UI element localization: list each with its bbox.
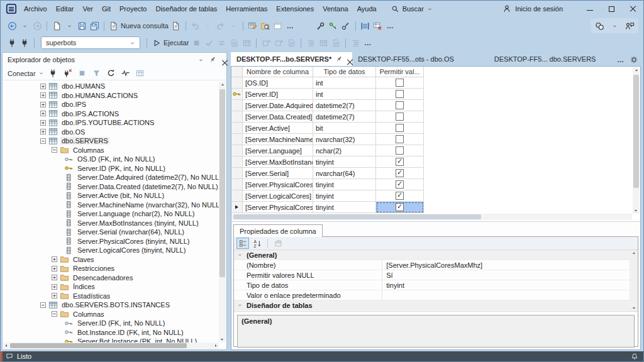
allow-nulls-checkbox[interactable] <box>396 90 404 98</box>
allow-nulls-cell[interactable] <box>376 179 424 190</box>
tree-item-bot-instance-id-fk-int-no-null[interactable]: Bot.Instance.ID (FK, int, No NULL) <box>3 328 226 337</box>
tree-item-server-physicalcores-tinyint-null[interactable]: Server.PhysicalCores (tinyint, NULL) <box>3 237 226 246</box>
tree-hscroll-thumb[interactable] <box>10 343 187 348</box>
tree-item-ndices[interactable]: +Índices <box>3 282 226 292</box>
scroll-down-icon[interactable] <box>633 207 639 214</box>
new-query-button[interactable]: Nueva consulta <box>108 19 170 33</box>
scroll-up-icon[interactable] <box>631 250 637 256</box>
signin-button[interactable]: Inicio de sesión <box>502 4 563 13</box>
row-header-cell[interactable] <box>231 77 243 89</box>
minimize-button[interactable] <box>579 1 601 17</box>
scroll-down-icon[interactable] <box>631 305 637 311</box>
column-name-cell[interactable]: [Server.MaxBotInstances] <box>243 156 313 168</box>
row-header-cell[interactable] <box>231 190 243 202</box>
tree-item-dbo-os[interactable]: +dbo.OS <box>3 128 226 137</box>
data-type-cell[interactable]: tinyint <box>313 202 376 213</box>
column-name-cell[interactable]: [Server.LogicalCores] <box>243 190 313 202</box>
execute-button[interactable]: Ejecutar <box>150 36 190 50</box>
tree-item-dbo-ips-actions[interactable]: +dbo.IPS.ACTIONS <box>3 109 226 119</box>
allow-nulls-cell[interactable] <box>376 134 424 145</box>
menu-proyecto[interactable]: Proyecto <box>115 2 151 16</box>
category-chevron-icon[interactable] <box>234 302 245 308</box>
toolbar-overflow-button[interactable]: … <box>284 19 297 33</box>
column-name-cell[interactable]: [OS.ID] <box>243 77 313 89</box>
allow-nulls-checkbox[interactable] <box>396 135 404 143</box>
tree-item-os-id-fk-int-no-null[interactable]: OS.ID (FK, int, No NULL) <box>3 155 226 164</box>
allow-nulls-checkbox[interactable] <box>396 203 404 211</box>
connect-plug-button[interactable] <box>6 36 18 50</box>
property-row-valor-o-enlace-predeterminado[interactable]: Valor o enlace predeterminado <box>234 290 638 300</box>
row-header-cell[interactable] <box>231 156 243 168</box>
new-file-button[interactable] <box>50 19 63 33</box>
row-header-cell[interactable] <box>231 145 243 156</box>
tree-item-server-logicalcores-tinyint-null[interactable]: Server.LogicalCores (tinyint, NULL) <box>3 246 226 255</box>
panel-pin-icon[interactable] <box>209 56 216 63</box>
allow-nulls-cell[interactable] <box>376 202 424 213</box>
tree-vscroll-thumb[interactable] <box>219 89 225 277</box>
column-name-cell[interactable]: [Server.Serial] <box>243 168 313 179</box>
data-type-cell[interactable]: nvarchar(64) <box>313 168 376 179</box>
data-type-cell[interactable]: nchar(2) <box>313 145 376 156</box>
new-file-dropdown[interactable] <box>63 19 75 33</box>
row-header-cell[interactable] <box>231 179 243 190</box>
category-chevron-icon[interactable] <box>234 252 245 258</box>
menu-dise-ador-de-tablas[interactable]: Diseñador de tablas <box>151 2 221 16</box>
column-name-cell[interactable]: [Server.PhysicalCores] <box>243 179 313 190</box>
tree-item-server-data-created-datetime2-7-no-null[interactable]: Server.Data.Created (datetime2(7), No NU… <box>3 182 226 192</box>
table-properties-button[interactable] <box>359 19 372 33</box>
tabstrip-gear-icon[interactable] <box>630 55 638 64</box>
expand-icon[interactable]: + <box>52 293 57 299</box>
allow-nulls-checkbox[interactable] <box>396 158 404 166</box>
grid-horizontal-scrollbar[interactable] <box>232 214 632 220</box>
new-query-current-connection-button[interactable] <box>170 19 182 33</box>
disconnect-button[interactable] <box>62 67 74 80</box>
menu-ayuda[interactable]: Ayuda <box>353 2 381 16</box>
allow-nulls-checkbox[interactable] <box>396 101 404 109</box>
grid-vertical-scrollbar[interactable] <box>633 67 640 214</box>
maximize-button[interactable] <box>601 1 622 17</box>
allow-nulls-cell[interactable] <box>376 89 424 100</box>
tree-item-server-active-bit-no-null[interactable]: Server.Active (bit, No NULL) <box>3 191 226 200</box>
browse-folder-button[interactable] <box>259 19 272 33</box>
feedback-bubble-icon[interactable] <box>6 353 13 360</box>
menu-ver[interactable]: Ver <box>78 2 97 16</box>
categorized-button[interactable] <box>236 238 249 249</box>
tree-item-server-maxbotinstances-tinyint-null[interactable]: Server.MaxBotInstances (tinyint, NULL) <box>3 219 226 228</box>
search-control[interactable]: Buscar <box>391 5 433 13</box>
close-button[interactable] <box>622 1 643 17</box>
tab-column-properties[interactable]: Propiedades de columna <box>233 224 323 237</box>
tree-vertical-scrollbar[interactable] <box>219 82 226 343</box>
data-type-cell[interactable]: bit <box>313 123 376 134</box>
change-connection-button[interactable] <box>18 36 31 50</box>
property-value[interactable]: tinyint <box>382 282 638 289</box>
row-header-cell[interactable] <box>231 134 243 145</box>
tree-item-server-machinename-nvarchar-32-no-null[interactable]: Server.MachineName (nvarchar(32), No NUL… <box>3 200 226 210</box>
data-type-cell[interactable]: int <box>313 77 376 89</box>
allow-nulls-checkbox[interactable] <box>396 112 404 121</box>
tree-item-columnas[interactable]: −Columnas <box>3 310 226 319</box>
current-row-icon[interactable] <box>231 202 243 213</box>
collapse-icon[interactable]: − <box>52 311 57 317</box>
tree-item-dbo-servers[interactable]: −dbo.SERVERS <box>3 136 226 146</box>
allow-nulls-checkbox[interactable] <box>396 169 404 177</box>
primary-key-icon[interactable] <box>231 89 243 100</box>
grid-header-permitir-val[interactable]: Permitir val... <box>376 67 424 77</box>
row-header-cell[interactable] <box>231 100 243 111</box>
expand-icon[interactable]: + <box>40 92 46 98</box>
connect-object-explorer-button[interactable] <box>47 67 60 80</box>
allow-nulls-cell[interactable] <box>376 123 424 134</box>
tree-item-desencadenadores[interactable]: +Desencadenadores <box>3 273 226 283</box>
tab-desktop-ff5-dbo-servers[interactable]: DESKTOP-FF5... dbo.SERVERS <box>489 52 602 66</box>
data-type-cell[interactable]: tinyint <box>313 190 376 202</box>
allow-nulls-cell[interactable] <box>376 77 424 89</box>
refresh-button[interactable] <box>105 67 118 80</box>
expand-icon[interactable]: + <box>52 256 57 262</box>
menu-herramientas[interactable]: Herramientas <box>221 2 272 16</box>
allow-nulls-checkbox[interactable] <box>396 192 404 200</box>
tree-item-restricciones[interactable]: +Restricciones <box>3 264 226 273</box>
allow-nulls-cell[interactable] <box>376 100 424 111</box>
table-designer-button[interactable] <box>247 19 259 33</box>
tree-item-server-id-fk-int-no-null[interactable]: Server.ID (FK, int, No NULL) <box>3 319 226 328</box>
tab-pin-icon[interactable] <box>335 55 343 63</box>
allow-nulls-cell[interactable] <box>376 111 424 123</box>
